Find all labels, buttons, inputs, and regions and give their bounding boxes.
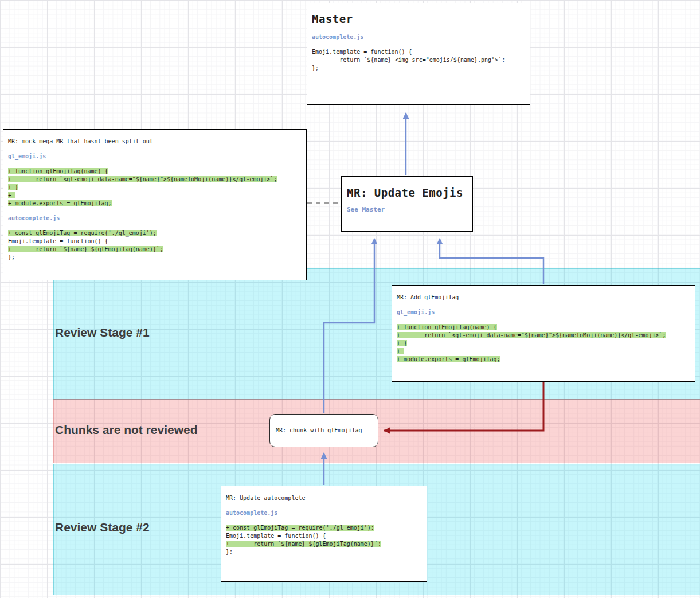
code-line: + module.exports = glEmojiTag; [8,200,302,208]
code-text: Emoji.template = function() { [312,49,412,55]
code-line: + } [397,339,690,347]
node-master[interactable]: Master autocomplete.jsEmoji.template = f… [307,3,530,105]
code-text: return `${name} <img src="emojis/${name}… [312,57,505,63]
code-text: }; [226,549,233,555]
node-mega-mr-code: gl_emoji.js+ function glEmojiTag(name) {… [8,153,302,261]
diff-added-text: + module.exports = glEmojiTag; [8,200,112,206]
edge-add-glemojitag-to-update-emojis[interactable] [440,239,543,284]
code-line: }; [8,253,302,261]
node-add-glemojitag-title: MR: Add glEmojiTag [397,294,690,302]
node-update-autocomplete[interactable]: MR: Update autocomplete autocomplete.js+… [221,486,427,582]
code-line: Emoji.template = function() { [312,48,525,56]
node-mega-mr[interactable]: MR: mock-mega-MR-that-hasnt-been-split-o… [3,129,307,280]
node-add-glemojitag[interactable]: MR: Add glEmojiTag gl_emoji.js+ function… [392,285,695,382]
node-update-autocomplete-title: MR: Update autocomplete [226,494,422,502]
diff-added-text: + return `${name} ${glEmojiTag(name)}`; [8,246,163,252]
code-line: + function glEmojiTag(name) { [8,167,302,175]
code-line: + } [8,183,302,191]
node-add-glemojitag-code: gl_emoji.js+ function glEmojiTag(name) {… [397,308,690,364]
diff-added-text: + function glEmojiTag(name) { [397,324,497,330]
code-text: }; [312,65,319,71]
code-line: + [8,191,302,200]
code-line: return `${name} <img src="emojis/${name}… [312,56,525,64]
edge-chunk-to-update-emojis[interactable] [324,239,374,413]
node-mega-mr-title: MR: mock-mega-MR-that-hasnt-been-split-o… [8,138,302,146]
node-master-title: Master [312,11,525,26]
code-line: + module.exports = glEmojiTag; [397,355,690,364]
node-update-autocomplete-code: autocomplete.js+ const glEmojiTag = requ… [226,509,422,556]
code-block: + function glEmojiTag(name) {+ return `<… [397,323,690,364]
diff-added-text: + [8,192,15,198]
diff-added-text: + } [8,184,18,190]
code-line: + return `${name} ${glEmojiTag(name)}`; [8,245,302,253]
node-chunk-with-glemojitag[interactable]: MR: chunk-with-glEmojiTag [269,414,378,447]
code-text: Emoji.template = function() { [226,533,326,539]
node-update-emojis-subtitle: See Master [347,206,467,214]
code-line: + return `${name} ${glEmojiTag(name)}`; [226,540,422,548]
node-update-emojis-title: MR: Update Emojis [347,185,467,200]
diff-added-text: + module.exports = glEmojiTag; [397,356,500,362]
node-update-emojis[interactable]: MR: Update Emojis See Master [341,176,473,232]
code-line: Emoji.template = function() { [226,532,422,540]
code-block: Emoji.template = function() { return `${… [312,48,525,72]
code-line: }; [226,548,422,556]
diff-added-text: + [397,348,404,354]
diff-added-text: + const glEmojiTag = require('./gl_emoji… [8,230,157,236]
code-line: }; [312,64,525,72]
code-line: + const glEmojiTag = require('./gl_emoji… [8,229,302,237]
diff-added-text: + const glEmojiTag = require('./gl_emoji… [226,525,374,531]
file-name: autocomplete.js [8,214,302,222]
diagram-canvas: Review Stage #1 Chunks are not reviewed … [0,0,700,598]
node-chunk-title: MR: chunk-with-glEmojiTag [276,427,362,435]
node-master-code: autocomplete.jsEmoji.template = function… [312,33,525,72]
edge-add-glemojitag-to-chunk-red[interactable] [384,382,543,431]
code-line: + return `<gl-emoji data-name="${name}">… [397,331,690,339]
code-text: Emoji.template = function() { [8,238,108,244]
code-block: + const glEmojiTag = require('./gl_emoji… [8,229,302,261]
diff-added-text: + return `<gl-emoji data-name="${name}">… [397,332,666,338]
file-name: autocomplete.js [226,509,422,517]
code-line: + return `<gl-emoji data-name="${name}">… [8,175,302,183]
code-line: + const glEmojiTag = require('./gl_emoji… [226,524,422,532]
file-name: gl_emoji.js [8,153,302,161]
diff-added-text: + return `${name} ${glEmojiTag(name)}`; [226,541,381,547]
code-line: + function glEmojiTag(name) { [397,323,690,331]
diff-added-text: + function glEmojiTag(name) { [8,168,108,174]
code-line: Emoji.template = function() { [8,237,302,245]
file-name: autocomplete.js [312,33,525,41]
code-block: + function glEmojiTag(name) {+ return `<… [8,167,302,208]
code-line: + [397,347,690,355]
diff-added-text: + return `<gl-emoji data-name="${name}">… [8,176,277,182]
code-text: }; [8,254,15,260]
file-name: gl_emoji.js [397,308,690,316]
code-block: + const glEmojiTag = require('./gl_emoji… [226,524,422,556]
diff-added-text: + } [397,340,407,346]
